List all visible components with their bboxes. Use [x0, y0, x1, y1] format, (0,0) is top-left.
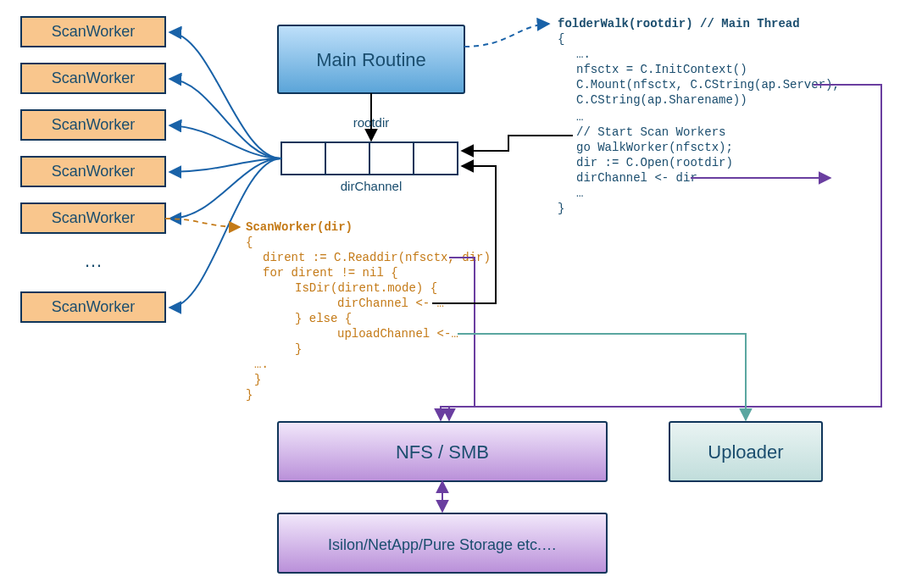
scanworker-1: ScanWorker [52, 69, 136, 86]
svg-text:{: { [558, 32, 564, 46]
svg-rect-8 [369, 142, 414, 175]
svg-text:}: } [246, 388, 253, 402]
scanworker-group: ScanWorker ScanWorker ScanWorker ScanWor… [21, 17, 165, 322]
arrow-startworkers-to-channel [462, 136, 573, 151]
svg-text:}: } [558, 202, 564, 215]
svg-text:} else {: } else { [295, 312, 352, 325]
svg-text:}: } [254, 373, 261, 386]
svg-text:dirChannel <- dir: dirChannel <- dir [576, 171, 697, 185]
svg-text:IsDir(dirent.mode) {: IsDir(dirent.mode) { [295, 281, 437, 295]
uploader-label: Uploader [708, 441, 783, 463]
svg-rect-9 [414, 142, 458, 175]
main-routine-label: Main Routine [316, 49, 426, 70]
svg-text:folderWalk(rootdir) // Main Th: folderWalk(rootdir) // Main Thread [558, 17, 800, 31]
svg-text:{: { [246, 236, 253, 249]
scanworker-ellipsis: … [84, 250, 103, 271]
arrow-dirchan-feedback [432, 166, 496, 303]
svg-text:nfsctx = C.InitContext(): nfsctx = C.InitContext() [576, 63, 747, 76]
main-code-block: folderWalk(rootdir) // Main Thread { …. … [558, 17, 840, 215]
svg-text:for dirent != nil {: for dirent != nil { [263, 266, 398, 280]
svg-text:}: } [295, 342, 302, 356]
svg-text:….: …. [576, 47, 591, 61]
scanworker-0: ScanWorker [52, 23, 136, 40]
svg-text:ScanWorker(dir): ScanWorker(dir) [246, 220, 353, 234]
svg-text:…: … [576, 110, 583, 124]
svg-text:dir := C.Open(rootdir): dir := C.Open(rootdir) [576, 156, 733, 169]
dirchannel-box [281, 142, 458, 175]
svg-text:…: … [576, 186, 583, 200]
rootdir-label: rootdir [353, 115, 390, 130]
svg-rect-7 [325, 142, 369, 175]
diagram-canvas: ScanWorker ScanWorker ScanWorker ScanWor… [0, 0, 922, 588]
scanworker-5: ScanWorker [52, 298, 136, 315]
svg-rect-6 [281, 142, 325, 175]
scanworker-3: ScanWorker [52, 163, 136, 180]
svg-text:C.CString(ap.Sharename)): C.CString(ap.Sharename)) [576, 93, 747, 107]
dirchannel-label: dirChannel [341, 179, 403, 193]
nfs-label: NFS / SMB [396, 441, 489, 463]
scanworker-2: ScanWorker [52, 116, 136, 133]
svg-text:C.Mount(nfsctx, C.CString(ap.S: C.Mount(nfsctx, C.CString(ap.Server), [576, 78, 840, 92]
arrow-main-to-code [464, 24, 549, 47]
scanworker-4: ScanWorker [52, 209, 136, 226]
svg-text:go WalkWorker(nfsctx);: go WalkWorker(nfsctx); [576, 141, 733, 154]
svg-text:dirChannel <- …: dirChannel <- … [337, 297, 444, 310]
svg-text:uploadChannel <-…: uploadChannel <-… [337, 327, 458, 341]
worker-code-block: ScanWorker(dir) { dirent := C.Readdir(nf… [246, 220, 491, 402]
svg-text:….: …. [254, 358, 269, 371]
storage-label: Isilon/NetApp/Pure Storage etc.… [328, 536, 557, 553]
svg-text:// Start Scan Workers: // Start Scan Workers [576, 125, 725, 139]
